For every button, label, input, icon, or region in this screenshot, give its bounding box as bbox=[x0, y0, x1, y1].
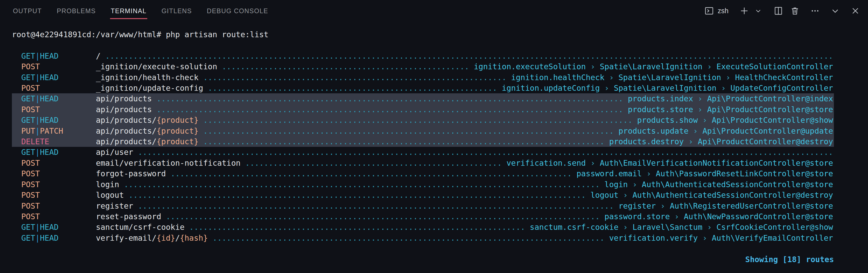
route-row: POST logout ............................… bbox=[12, 190, 834, 200]
route-row-selected: POST api/products ......................… bbox=[12, 104, 834, 115]
close-panel-icon[interactable] bbox=[850, 5, 861, 16]
route-row: GET|HEAD sanctum/csrf-cookie ...........… bbox=[12, 222, 834, 233]
route-row: GET|HEAD _ignition/health-check ........… bbox=[12, 72, 834, 83]
route-row: POST _ignition/update-config ...........… bbox=[12, 83, 834, 93]
tab-output[interactable]: OUTPUT bbox=[13, 7, 42, 15]
route-row-selected: DELETE api/products/{product} ..........… bbox=[12, 136, 834, 147]
route-row: POST forgot-password ...................… bbox=[12, 168, 834, 179]
terminal-prompt-line: root@4e22941891cd:/var/www/html# php art… bbox=[12, 29, 834, 40]
terminal-actions: zsh bbox=[704, 5, 861, 16]
route-row: POST email/verification-notification ...… bbox=[12, 158, 834, 168]
typed-command: php artisan route:list bbox=[166, 30, 269, 39]
terminal-instance-selector[interactable]: zsh bbox=[704, 5, 728, 16]
route-row: POST register ..........................… bbox=[12, 201, 834, 211]
launch-profile-chevron-icon[interactable] bbox=[753, 5, 764, 16]
shell-label: zsh bbox=[718, 7, 728, 15]
tab-gitlens[interactable]: GITLENS bbox=[161, 7, 192, 15]
route-row-selected: GET|HEAD api/products ..................… bbox=[12, 93, 834, 104]
terminal-output[interactable]: root@4e22941891cd:/var/www/html# php art… bbox=[0, 22, 868, 265]
blank-line bbox=[12, 40, 834, 51]
route-row: POST reset-password ....................… bbox=[12, 211, 834, 222]
tab-terminal[interactable]: TERMINAL bbox=[111, 7, 147, 15]
more-actions-icon[interactable] bbox=[810, 5, 820, 16]
route-row-selected: PUT|PATCH api/products/{product} .......… bbox=[12, 126, 834, 136]
routes-count-summary: Showing [18] routes bbox=[12, 254, 834, 265]
panel-tabs: OUTPUTPROBLEMSTERMINALGITLENSDEBUG CONSO… bbox=[13, 7, 268, 15]
route-row: GET|HEAD api/user ......................… bbox=[12, 147, 834, 157]
route-row-selected: GET|HEAD api/products/{product} ........… bbox=[12, 115, 834, 125]
new-terminal-icon[interactable] bbox=[739, 5, 750, 16]
kill-terminal-icon[interactable] bbox=[789, 5, 800, 16]
blank-line bbox=[12, 243, 834, 254]
terminal-icon bbox=[704, 5, 715, 16]
shell-prompt: root@4e22941891cd:/var/www/html# bbox=[12, 30, 166, 39]
panel-header: OUTPUTPROBLEMSTERMINALGITLENSDEBUG CONSO… bbox=[0, 0, 868, 22]
tab-problems[interactable]: PROBLEMS bbox=[57, 7, 96, 15]
tab-debug-console[interactable]: DEBUG CONSOLE bbox=[207, 7, 269, 15]
route-row: POST _ignition/execute-solution ........… bbox=[12, 61, 834, 72]
route-row: POST login .............................… bbox=[12, 179, 834, 190]
route-row: GET|HEAD verify-email/{id}/{hash} ......… bbox=[12, 233, 834, 243]
hide-panel-chevron-icon[interactable] bbox=[830, 5, 841, 16]
split-terminal-icon[interactable] bbox=[773, 5, 784, 16]
route-row: GET|HEAD / .............................… bbox=[12, 51, 834, 61]
